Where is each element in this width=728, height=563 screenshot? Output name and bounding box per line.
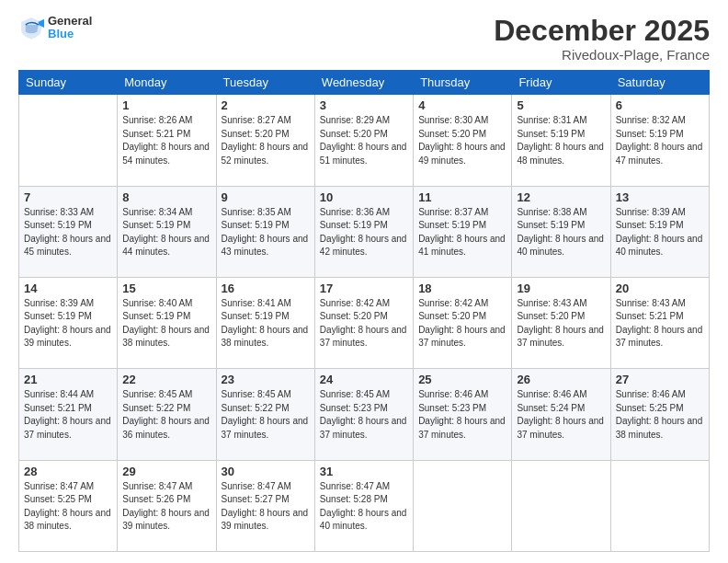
calendar-page: General Blue December 2025 Rivedoux-Plag… — [0, 0, 728, 563]
logo-icon — [18, 15, 44, 40]
calendar-cell: 10Sunrise: 8:36 AM Sunset: 5:19 PM Dayli… — [314, 186, 413, 277]
day-info: Sunrise: 8:47 AM Sunset: 5:27 PM Dayligh… — [222, 480, 310, 534]
logo-blue: Blue — [48, 28, 92, 40]
weekday-header-row: SundayMondayTuesdayWednesdayThursdayFrid… — [19, 71, 710, 95]
calendar-cell: 24Sunrise: 8:45 AM Sunset: 5:23 PM Dayli… — [314, 369, 413, 460]
day-number: 9 — [222, 190, 310, 204]
calendar-week-row: 21Sunrise: 8:44 AM Sunset: 5:21 PM Dayli… — [19, 369, 710, 460]
day-number: 10 — [320, 190, 408, 204]
day-number: 18 — [418, 282, 506, 295]
day-number: 17 — [320, 282, 408, 295]
calendar-cell: 30Sunrise: 8:47 AM Sunset: 5:27 PM Dayli… — [216, 460, 314, 551]
day-number: 20 — [616, 282, 704, 295]
calendar-cell: 17Sunrise: 8:42 AM Sunset: 5:20 PM Dayli… — [314, 277, 413, 368]
day-number: 31 — [320, 465, 408, 478]
day-number: 5 — [517, 98, 605, 112]
day-info: Sunrise: 8:30 AM Sunset: 5:20 PM Dayligh… — [418, 114, 506, 167]
day-info: Sunrise: 8:33 AM Sunset: 5:19 PM Dayligh… — [24, 206, 112, 259]
calendar-cell: 3Sunrise: 8:29 AM Sunset: 5:20 PM Daylig… — [314, 95, 413, 186]
calendar-cell: 31Sunrise: 8:47 AM Sunset: 5:28 PM Dayli… — [314, 460, 413, 551]
weekday-header-monday: Monday — [118, 71, 216, 95]
calendar-cell — [19, 95, 118, 186]
calendar-cell — [414, 460, 512, 551]
day-number: 1 — [122, 98, 210, 112]
logo-general: General — [48, 15, 92, 28]
calendar-cell: 19Sunrise: 8:43 AM Sunset: 5:20 PM Dayli… — [512, 277, 610, 368]
day-number: 16 — [222, 282, 310, 295]
calendar-cell: 25Sunrise: 8:46 AM Sunset: 5:23 PM Dayli… — [414, 369, 512, 460]
day-info: Sunrise: 8:43 AM Sunset: 5:21 PM Dayligh… — [616, 297, 704, 350]
calendar-cell: 5Sunrise: 8:31 AM Sunset: 5:19 PM Daylig… — [512, 95, 610, 186]
calendar-cell: 4Sunrise: 8:30 AM Sunset: 5:20 PM Daylig… — [414, 95, 512, 186]
calendar-cell: 22Sunrise: 8:45 AM Sunset: 5:22 PM Dayli… — [118, 369, 216, 460]
calendar-cell: 29Sunrise: 8:47 AM Sunset: 5:26 PM Dayli… — [118, 460, 216, 551]
day-number: 11 — [418, 190, 506, 204]
day-info: Sunrise: 8:31 AM Sunset: 5:19 PM Dayligh… — [517, 114, 605, 167]
day-info: Sunrise: 8:40 AM Sunset: 5:19 PM Dayligh… — [122, 297, 210, 350]
calendar-cell: 7Sunrise: 8:33 AM Sunset: 5:19 PM Daylig… — [19, 186, 118, 277]
day-number: 23 — [222, 373, 310, 386]
day-info: Sunrise: 8:35 AM Sunset: 5:19 PM Dayligh… — [222, 206, 310, 259]
title-section: December 2025 Rivedoux-Plage, France — [494, 15, 710, 63]
calendar-subtitle: Rivedoux-Plage, France — [494, 47, 710, 63]
day-number: 21 — [24, 373, 112, 386]
day-info: Sunrise: 8:34 AM Sunset: 5:19 PM Dayligh… — [122, 206, 210, 259]
calendar-cell — [512, 460, 610, 551]
day-number: 3 — [320, 98, 408, 112]
weekday-header-friday: Friday — [512, 71, 610, 95]
day-info: Sunrise: 8:27 AM Sunset: 5:20 PM Dayligh… — [222, 114, 310, 167]
day-info: Sunrise: 8:39 AM Sunset: 5:19 PM Dayligh… — [616, 206, 704, 259]
day-number: 28 — [24, 465, 112, 478]
day-number: 4 — [418, 98, 506, 112]
day-number: 25 — [418, 373, 506, 386]
calendar-table: SundayMondayTuesdayWednesdayThursdayFrid… — [18, 70, 710, 552]
day-number: 27 — [616, 373, 704, 386]
calendar-week-row: 7Sunrise: 8:33 AM Sunset: 5:19 PM Daylig… — [19, 186, 710, 277]
day-number: 30 — [222, 465, 310, 478]
day-info: Sunrise: 8:43 AM Sunset: 5:20 PM Dayligh… — [517, 297, 605, 350]
day-number: 19 — [517, 282, 605, 295]
weekday-header-tuesday: Tuesday — [216, 71, 314, 95]
day-info: Sunrise: 8:41 AM Sunset: 5:19 PM Dayligh… — [222, 297, 310, 350]
day-info: Sunrise: 8:46 AM Sunset: 5:24 PM Dayligh… — [517, 388, 605, 442]
day-number: 2 — [222, 98, 310, 112]
day-number: 6 — [616, 98, 704, 112]
calendar-cell: 28Sunrise: 8:47 AM Sunset: 5:25 PM Dayli… — [19, 460, 118, 551]
calendar-cell: 21Sunrise: 8:44 AM Sunset: 5:21 PM Dayli… — [19, 369, 118, 460]
day-info: Sunrise: 8:32 AM Sunset: 5:19 PM Dayligh… — [616, 114, 704, 167]
weekday-header-sunday: Sunday — [19, 71, 118, 95]
calendar-week-row: 28Sunrise: 8:47 AM Sunset: 5:25 PM Dayli… — [19, 460, 710, 551]
day-info: Sunrise: 8:42 AM Sunset: 5:20 PM Dayligh… — [418, 297, 506, 350]
calendar-cell: 1Sunrise: 8:26 AM Sunset: 5:21 PM Daylig… — [118, 95, 216, 186]
calendar-cell: 9Sunrise: 8:35 AM Sunset: 5:19 PM Daylig… — [216, 186, 314, 277]
calendar-cell: 20Sunrise: 8:43 AM Sunset: 5:21 PM Dayli… — [610, 277, 709, 368]
calendar-cell: 8Sunrise: 8:34 AM Sunset: 5:19 PM Daylig… — [118, 186, 216, 277]
day-info: Sunrise: 8:46 AM Sunset: 5:23 PM Dayligh… — [418, 388, 506, 442]
day-info: Sunrise: 8:45 AM Sunset: 5:23 PM Dayligh… — [320, 388, 408, 442]
calendar-cell: 13Sunrise: 8:39 AM Sunset: 5:19 PM Dayli… — [610, 186, 709, 277]
day-info: Sunrise: 8:47 AM Sunset: 5:26 PM Dayligh… — [122, 480, 210, 534]
calendar-cell: 18Sunrise: 8:42 AM Sunset: 5:20 PM Dayli… — [414, 277, 512, 368]
calendar-cell: 16Sunrise: 8:41 AM Sunset: 5:19 PM Dayli… — [216, 277, 314, 368]
day-number: 8 — [122, 190, 210, 204]
logo-text: General Blue — [48, 15, 92, 41]
day-number: 14 — [24, 282, 112, 295]
day-info: Sunrise: 8:37 AM Sunset: 5:19 PM Dayligh… — [418, 206, 506, 259]
calendar-cell: 26Sunrise: 8:46 AM Sunset: 5:24 PM Dayli… — [512, 369, 610, 460]
day-info: Sunrise: 8:45 AM Sunset: 5:22 PM Dayligh… — [222, 388, 310, 442]
day-number: 26 — [517, 373, 605, 386]
calendar-header: General Blue December 2025 Rivedoux-Plag… — [18, 15, 710, 63]
day-info: Sunrise: 8:46 AM Sunset: 5:25 PM Dayligh… — [616, 388, 704, 442]
logo: General Blue — [18, 15, 92, 41]
day-number: 15 — [122, 282, 210, 295]
weekday-header-saturday: Saturday — [610, 71, 709, 95]
day-info: Sunrise: 8:42 AM Sunset: 5:20 PM Dayligh… — [320, 297, 408, 350]
day-number: 12 — [517, 190, 605, 204]
day-number: 7 — [24, 190, 112, 204]
day-number: 22 — [122, 373, 210, 386]
calendar-cell: 27Sunrise: 8:46 AM Sunset: 5:25 PM Dayli… — [610, 369, 709, 460]
day-info: Sunrise: 8:47 AM Sunset: 5:25 PM Dayligh… — [24, 480, 112, 534]
day-number: 29 — [122, 465, 210, 478]
day-info: Sunrise: 8:39 AM Sunset: 5:19 PM Dayligh… — [24, 297, 112, 350]
calendar-cell: 12Sunrise: 8:38 AM Sunset: 5:19 PM Dayli… — [512, 186, 610, 277]
